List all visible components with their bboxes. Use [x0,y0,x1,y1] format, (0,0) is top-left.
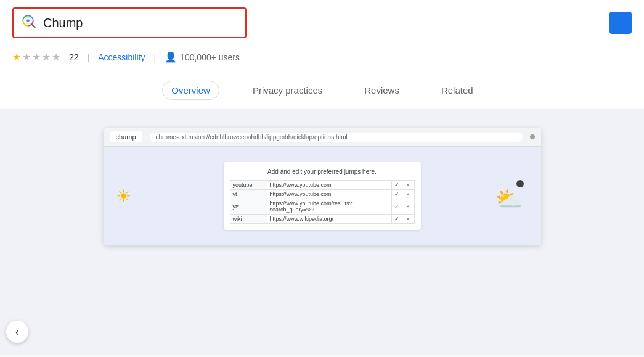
person-icon: 👤 [165,51,177,63]
star-rating: ★ ★ ★ ★ ★ [12,51,60,63]
del-cell: × [402,199,414,215]
url-cell: https://www.youtube.com/results?search_q… [267,199,391,215]
key-cell: wiki [230,215,267,224]
top-bar [0,0,644,46]
table-title: Add and edit your preferred jumps here. [230,168,415,175]
star-5: ★ [52,51,60,63]
del-cell: × [402,190,414,199]
action-button[interactable] [609,12,632,34]
star-2: ★ [22,51,31,63]
accessibility-tag[interactable]: Accessibility [98,52,145,62]
review-count: 22 [69,52,79,62]
table-row: youtube https://www.youtube.com ✓ × [230,181,414,190]
key-cell: yt* [230,199,267,215]
key-cell: yt [230,190,267,199]
divider-2: | [153,52,156,62]
browser-control-dot [530,134,535,139]
table-row: yt https://www.youtube.com ✓ × [230,190,414,199]
edit-cell: ✓ [391,190,402,199]
star-1: ★ [12,51,21,63]
tab-overview[interactable]: Overview [162,81,219,100]
extension-screenshot: chump chrome-extension://cdnhlbrowcebahd… [104,128,541,245]
del-cell: × [402,215,414,224]
meta-bar: ★ ★ ★ ★ ★ 22 | Accessibility | 👤 100,000… [0,46,644,72]
browser-tab: chump [110,131,142,142]
google-search-icon [20,12,38,33]
edit-cell: ✓ [391,181,402,190]
table-row: yt* https://www.youtube.com/results?sear… [230,199,414,215]
tab-related[interactable]: Related [433,81,482,99]
tab-privacy[interactable]: Privacy practices [244,81,331,99]
sun-icon-left: ☀ [116,186,131,207]
prev-screenshot-button[interactable]: ‹ [6,321,28,343]
key-cell: youtube [230,181,267,190]
url-cell: https://www.youtube.com [267,181,391,190]
divider: | [88,52,90,62]
url-cell: https://www.youtube.com [267,190,391,199]
del-cell: × [402,181,414,190]
edit-cell: ✓ [391,199,402,215]
content-area: chump chrome-extension://cdnhlbrowcebahd… [0,109,644,355]
table-row: wiki https://www.wikipedia.org/ ✓ × [230,215,414,224]
edit-cell: ✓ [391,215,402,224]
tabs-bar: Overview Privacy practices Reviews Relat… [0,72,644,109]
browser-content: ☀ Add and edit your preferred jumps here… [104,147,541,245]
svg-point-2 [26,19,30,22]
browser-url-bar: chrome-extension://cdnhlbrowcebahdbh/lip… [150,133,523,142]
star-4: ★ [42,51,51,63]
star-3: ★ [32,51,41,63]
svg-line-3 [32,25,35,28]
cloud-sun-icon: ⛅ [495,186,523,212]
browser-chrome: chump chrome-extension://cdnhlbrowcebahd… [104,128,541,147]
search-input[interactable] [43,16,239,30]
users-label: 100,000+ users [180,52,240,62]
users-info: 👤 100,000+ users [165,51,240,63]
search-box[interactable] [12,7,247,38]
url-cell: https://www.wikipedia.org/ [267,215,391,224]
jumps-table-card: Add and edit your preferred jumps here. … [224,162,421,230]
tab-reviews[interactable]: Reviews [356,81,408,99]
jumps-table: youtube https://www.youtube.com ✓ × yt h… [230,180,415,224]
